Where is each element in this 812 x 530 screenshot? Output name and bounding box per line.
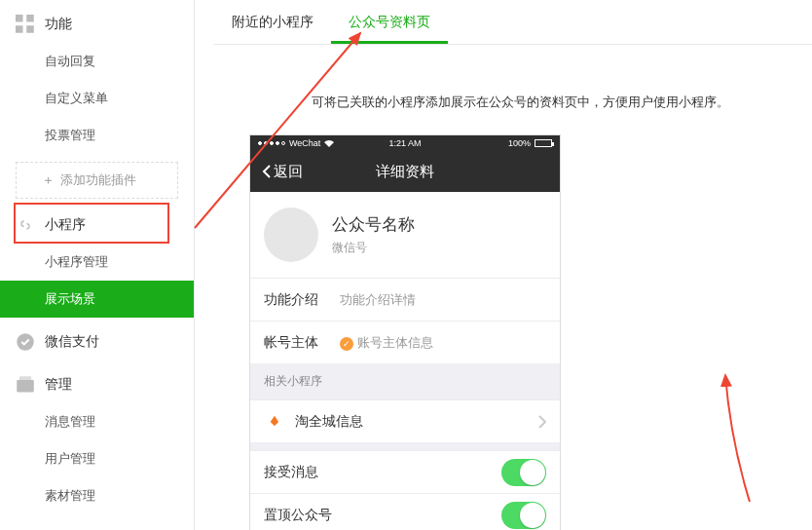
verified-icon: ✓ <box>340 337 353 351</box>
sidebar-item-msgmanage[interactable]: 消息管理 <box>0 403 194 440</box>
sidebar-item-label: 微信支付 <box>45 333 99 351</box>
svg-rect-1 <box>26 15 34 22</box>
sidebar-group-label: 管理 <box>45 376 72 394</box>
sidebar-group-label: 功能 <box>45 16 72 33</box>
sidebar-item-wxpay[interactable]: 微信支付 <box>0 323 194 360</box>
profile-wechat-id: 微信号 <box>332 240 415 256</box>
svg-rect-2 <box>16 25 23 33</box>
svg-rect-6 <box>19 376 32 380</box>
sidebar-group-miniprogram[interactable]: 小程序 <box>0 207 194 244</box>
sidebar-item-showscene[interactable]: 展示场景 <box>0 281 194 318</box>
cell-subject[interactable]: 帐号主体 ✓账号主体信息 <box>250 321 560 363</box>
main-content: 附近的小程序 公众号资料页 可将已关联的小程序添加展示在公众号的资料页中，方便用… <box>195 0 812 530</box>
profile-name: 公众号名称 <box>332 213 415 236</box>
sidebar-item-custommenu[interactable]: 自定义菜单 <box>0 80 194 117</box>
back-button[interactable]: 返回 <box>262 163 303 181</box>
cell-intro[interactable]: 功能介绍 功能介绍详情 <box>250 278 560 321</box>
svg-rect-5 <box>17 380 34 393</box>
svg-rect-0 <box>16 15 23 22</box>
cell-related-app[interactable]: 淘全城信息 <box>250 399 560 442</box>
tab-account-profile[interactable]: 公众号资料页 <box>331 14 448 44</box>
tab-nearby-miniprogram[interactable]: 附近的小程序 <box>214 14 331 44</box>
tabs: 附近的小程序 公众号资料页 <box>214 0 812 45</box>
page-description: 可将已关联的小程序添加展示在公众号的资料页中，方便用户使用小程序。 <box>312 94 812 111</box>
plus-icon: ＋ <box>42 171 55 189</box>
wifi-icon <box>324 139 334 147</box>
chevron-right-icon <box>538 415 546 429</box>
toggle-pin[interactable] <box>501 502 546 529</box>
sidebar-group-promote[interactable]: 推广 <box>0 520 194 530</box>
layers-icon <box>16 375 35 395</box>
cell-pin: 置顶公众号 <box>250 493 560 530</box>
app-icon <box>264 411 285 433</box>
profile-header: 公众号名称 微信号 <box>250 192 560 278</box>
phone-preview: WeChat 1:21 AM 100% 返回 详细资料 公众号名称 微信号 <box>249 134 561 530</box>
navbar-title: 详细资料 <box>376 163 434 181</box>
phone-navbar: 返回 详细资料 <box>250 151 560 192</box>
sidebar-item-mpmanage[interactable]: 小程序管理 <box>0 244 194 281</box>
sidebar-item-autoreply[interactable]: 自动回复 <box>0 43 194 80</box>
grid-icon <box>16 15 35 34</box>
sidebar-group-functions[interactable]: 功能 <box>0 6 194 43</box>
section-related-mp: 相关小程序 <box>250 363 560 399</box>
sidebar-item-materialmanage[interactable]: 素材管理 <box>0 477 194 514</box>
sidebar-group-label: 小程序 <box>45 216 86 234</box>
sidebar-group-manage[interactable]: 管理 <box>0 366 194 403</box>
statusbar-time: 1:21 AM <box>388 138 421 148</box>
miniprogram-icon <box>16 215 35 235</box>
sidebar-item-addplugin[interactable]: ＋ 添加功能插件 <box>16 162 178 199</box>
signal-icon <box>258 141 285 145</box>
phone-statusbar: WeChat 1:21 AM 100% <box>250 135 560 151</box>
cell-accept-msg: 接受消息 <box>250 450 560 493</box>
chevron-left-icon <box>262 164 272 179</box>
wechatpay-icon <box>16 332 35 352</box>
sidebar: 功能 自动回复 自定义菜单 投票管理 ＋ 添加功能插件 小程序 小程序管理 展示… <box>0 0 195 530</box>
sidebar-item-usermanage[interactable]: 用户管理 <box>0 440 194 477</box>
toggle-accept-msg[interactable] <box>501 459 546 486</box>
sidebar-item-vote[interactable]: 投票管理 <box>0 117 194 154</box>
avatar <box>264 208 318 262</box>
svg-rect-3 <box>26 25 34 33</box>
battery-icon: 100% <box>508 138 552 148</box>
carrier-label: WeChat <box>289 138 320 148</box>
